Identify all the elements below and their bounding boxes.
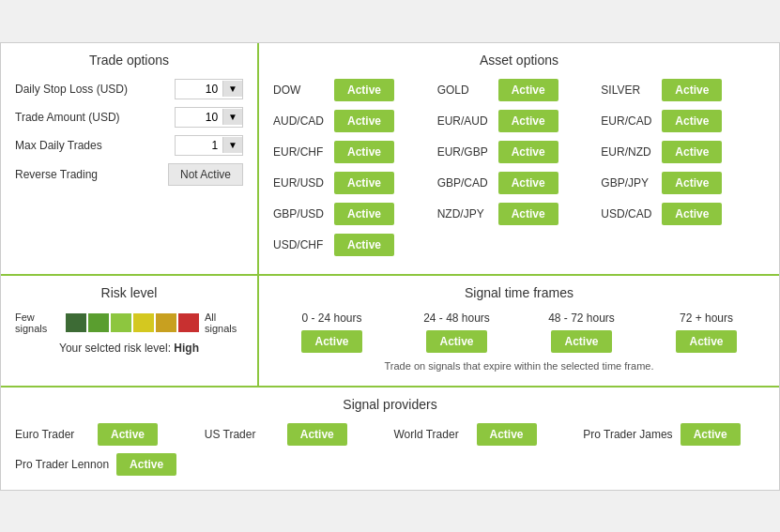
- asset-row-gbpcad: GBP/CAD Active: [437, 172, 602, 194]
- risk-seg-1[interactable]: [66, 313, 86, 332]
- asset-row-silver: SILVER Active: [601, 79, 765, 101]
- daily-stop-loss-label: Daily Stop Loss (USD): [15, 83, 175, 96]
- signal-timeframes-title: Signal time frames: [273, 285, 765, 300]
- timeframe-btn-0-24[interactable]: Active: [301, 330, 361, 353]
- providers-grid: Euro Trader Active US Trader Active Worl…: [15, 423, 765, 446]
- reverse-trading-row: Reverse Trading Not Active: [15, 163, 243, 186]
- provider-name-euro-trader: Euro Trader: [15, 428, 90, 441]
- risk-segments[interactable]: [66, 313, 199, 332]
- asset-row-dow: DOW Active: [273, 79, 437, 101]
- asset-options-title: Asset options: [273, 53, 765, 68]
- max-daily-trades-dropdown[interactable]: ▼: [222, 137, 242, 153]
- provider-btn-pro-james[interactable]: Active: [681, 423, 741, 446]
- asset-btn-eurchf[interactable]: Active: [334, 141, 394, 163]
- provider-name-us-trader: US Trader: [205, 428, 280, 441]
- risk-selected-text: Your selcted risk level: High: [15, 342, 243, 355]
- daily-stop-loss-input[interactable]: [176, 80, 222, 99]
- asset-name-usdcad: USD/CAD: [601, 207, 662, 220]
- provider-btn-us-trader[interactable]: Active: [287, 423, 347, 446]
- asset-btn-gbpcad[interactable]: Active: [498, 172, 558, 194]
- provider-btn-world-trader[interactable]: Active: [477, 423, 537, 446]
- asset-name-eurnzd: EUR/NZD: [601, 145, 662, 159]
- trade-amount-dropdown[interactable]: ▼: [222, 109, 242, 125]
- provider-name-pro-lennon: Pro Trader Lennon: [15, 458, 109, 471]
- asset-btn-dow[interactable]: Active: [334, 79, 394, 101]
- risk-bar-container: Few signals All signals: [15, 312, 243, 334]
- asset-btn-eurnzd[interactable]: Active: [662, 141, 722, 163]
- timeframe-col-0-24: 0 - 24 hours Active: [273, 312, 390, 353]
- trade-amount-input[interactable]: [176, 108, 222, 127]
- asset-btn-gbpusd[interactable]: Active: [334, 203, 394, 225]
- asset-name-euraud: EUR/AUD: [437, 114, 498, 128]
- asset-btn-eurcad[interactable]: Active: [662, 110, 722, 132]
- asset-row-eurchf: EUR/CHF Active: [273, 141, 437, 163]
- asset-btn-audcad[interactable]: Active: [334, 110, 394, 132]
- daily-stop-loss-dropdown[interactable]: ▼: [222, 81, 242, 97]
- daily-stop-loss-control[interactable]: ▼: [175, 79, 243, 99]
- asset-name-dow: DOW: [273, 84, 334, 97]
- provider-row-pro-james: Pro Trader James Active: [583, 423, 765, 446]
- daily-stop-loss-row: Daily Stop Loss (USD) ▼: [15, 79, 243, 99]
- asset-options-panel: Asset options DOW Active GOLD Active SIL…: [259, 43, 779, 274]
- asset-row-usdchf: USD/CHF Active: [273, 234, 437, 256]
- asset-row-usdcad: USD/CAD Active: [601, 203, 765, 225]
- asset-row-gold: GOLD Active: [437, 79, 602, 101]
- asset-btn-gold[interactable]: Active: [498, 79, 558, 101]
- risk-seg-2[interactable]: [88, 313, 109, 332]
- asset-btn-usdchf[interactable]: Active: [334, 234, 394, 256]
- timeframe-label-48-72: 48 - 72 hours: [548, 312, 615, 325]
- all-signals-label: All signals: [205, 312, 243, 334]
- asset-row-euraud: EUR/AUD Active: [437, 110, 602, 132]
- trade-options-title: Trade options: [15, 53, 243, 68]
- provider-btn-euro-trader[interactable]: Active: [98, 423, 158, 446]
- timeframe-label-72plus: 72 + hours: [680, 312, 733, 325]
- asset-btn-eurgbp[interactable]: Active: [498, 141, 558, 163]
- asset-btn-gbpjpy[interactable]: Active: [662, 172, 722, 194]
- trade-amount-row: Trade Amount (USD) ▼: [15, 107, 243, 128]
- asset-name-gbpjpy: GBP/JPY: [601, 176, 662, 190]
- provider-row-world-trader: World Trader Active: [394, 423, 576, 446]
- risk-seg-3[interactable]: [111, 313, 131, 332]
- asset-name-eurchf: EUR/CHF: [273, 145, 334, 159]
- asset-row-nzdjpy: NZD/JPY Active: [437, 203, 602, 225]
- provider-btn-pro-lennon[interactable]: Active: [116, 453, 176, 476]
- asset-name-gold: GOLD: [437, 84, 498, 97]
- asset-row-gbpusd: GBP/USD Active: [273, 203, 437, 225]
- timeframe-btn-48-72[interactable]: Active: [551, 330, 611, 353]
- asset-btn-eurusd[interactable]: Active: [334, 172, 394, 194]
- risk-seg-6[interactable]: [178, 313, 199, 332]
- max-daily-trades-input[interactable]: [176, 136, 222, 155]
- timeframe-btn-72plus[interactable]: Active: [676, 330, 736, 353]
- signal-providers-title: Signal providers: [15, 397, 765, 412]
- asset-row-gbpjpy: GBP/JPY Active: [601, 172, 765, 194]
- middle-section: Risk level Few signals All signals Your …: [1, 276, 779, 388]
- trade-options-panel: Trade options Daily Stop Loss (USD) ▼ Tr…: [1, 43, 259, 274]
- asset-btn-usdcad[interactable]: Active: [662, 203, 722, 225]
- timeframe-btn-24-48[interactable]: Active: [426, 330, 486, 353]
- timeframe-col-48-72: 48 - 72 hours Active: [523, 312, 640, 353]
- asset-btn-euraud[interactable]: Active: [498, 110, 558, 132]
- max-daily-trades-control[interactable]: ▼: [175, 135, 243, 156]
- risk-seg-4[interactable]: [133, 313, 154, 332]
- asset-row-audcad: AUD/CAD Active: [273, 110, 437, 132]
- trade-amount-control[interactable]: ▼: [175, 107, 243, 128]
- signal-providers-panel: Signal providers Euro Trader Active US T…: [1, 388, 779, 490]
- provider-row-pro-lennon: Pro Trader Lennon Active: [15, 453, 765, 476]
- main-container: Trade options Daily Stop Loss (USD) ▼ Tr…: [0, 42, 780, 491]
- asset-btn-silver[interactable]: Active: [662, 79, 722, 101]
- provider-row-euro-trader: Euro Trader Active: [15, 423, 197, 446]
- extra-providers-row: Pro Trader Lennon Active: [15, 453, 765, 476]
- reverse-trading-button[interactable]: Not Active: [168, 163, 243, 186]
- risk-seg-5[interactable]: [156, 313, 176, 332]
- asset-row-eurusd: EUR/USD Active: [273, 172, 437, 194]
- asset-btn-nzdjpy[interactable]: Active: [498, 203, 558, 225]
- asset-row-eurnzd: EUR/NZD Active: [601, 141, 765, 163]
- max-daily-trades-label: Max Daily Trades: [15, 139, 175, 152]
- timeframe-label-0-24: 0 - 24 hours: [301, 312, 361, 325]
- risk-level-panel: Risk level Few signals All signals Your …: [1, 276, 259, 386]
- provider-name-pro-james: Pro Trader James: [583, 428, 672, 441]
- asset-name-usdchf: USD/CHF: [273, 238, 334, 251]
- asset-name-eurgbp: EUR/GBP: [437, 145, 498, 159]
- provider-name-world-trader: World Trader: [394, 428, 469, 441]
- timeframe-grid: 0 - 24 hours Active 24 - 48 hours Active…: [273, 312, 765, 353]
